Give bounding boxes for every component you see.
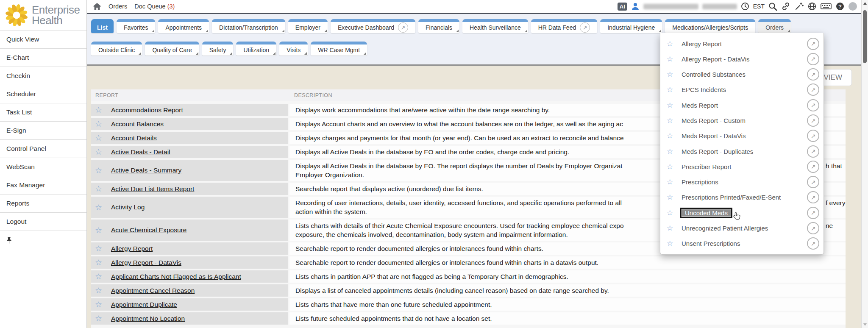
sidebar-item-pin[interactable] bbox=[0, 231, 86, 249]
favorite-star-icon[interactable]: ☆ bbox=[667, 208, 677, 217]
report-link[interactable]: Account Balances bbox=[111, 120, 164, 128]
keyboard-icon[interactable] bbox=[821, 3, 832, 10]
tab-financials[interactable]: Financials bbox=[418, 19, 459, 33]
tab-outside-clinic[interactable]: Outside Clinic bbox=[91, 42, 142, 56]
favorite-star-icon[interactable]: ☆ bbox=[667, 147, 677, 156]
report-link[interactable]: Accommodations Report bbox=[111, 106, 183, 114]
open-new-window-icon[interactable]: ↗ bbox=[807, 237, 819, 250]
tab-quality-of-care[interactable]: Quality of Care bbox=[145, 42, 199, 56]
sidebar-item-e-sign[interactable]: E-Sign bbox=[0, 122, 86, 140]
report-link[interactable]: Applicant Charts Not Flagged as Is Appli… bbox=[111, 273, 241, 281]
ai-badge[interactable]: AI bbox=[618, 3, 627, 11]
tab-wr-case-mgmt[interactable]: WR Case Mgmt bbox=[311, 42, 367, 56]
report-link[interactable]: Active Due List Items Report bbox=[111, 185, 194, 193]
sidebar-item-checkin[interactable]: Checkin bbox=[0, 67, 86, 85]
favorite-star-icon[interactable]: ☆ bbox=[667, 178, 677, 186]
report-link[interactable]: Active Deals - Summary bbox=[111, 167, 181, 174]
favorite-star-icon[interactable]: ☆ bbox=[95, 105, 106, 115]
menu-item-meds-report-custom[interactable]: ☆ Meds Report - Custom ↗ bbox=[660, 113, 823, 128]
favorite-star-icon[interactable]: ☆ bbox=[95, 300, 106, 309]
sidebar-item-reports[interactable]: Reports bbox=[0, 195, 86, 213]
favorite-star-icon[interactable]: ☆ bbox=[667, 55, 677, 64]
avatar-placeholder[interactable] bbox=[849, 2, 857, 11]
sidebar-item-logout[interactable]: Logout bbox=[0, 213, 86, 231]
menu-item-prescriptions[interactable]: ☆ Prescriptions ↗ bbox=[660, 175, 823, 190]
report-link[interactable]: Allergy Report - DataVis bbox=[111, 259, 181, 267]
favorite-star-icon[interactable]: ☆ bbox=[95, 147, 106, 157]
open-new-window-icon[interactable]: ↗ bbox=[807, 68, 819, 81]
magic-wand-icon[interactable] bbox=[794, 2, 804, 11]
favorite-star-icon[interactable]: ☆ bbox=[95, 244, 106, 253]
open-new-window-icon[interactable]: ↗ bbox=[398, 22, 408, 33]
open-new-window-icon[interactable]: ↗ bbox=[807, 222, 819, 234]
favorite-star-icon[interactable]: ☆ bbox=[95, 258, 106, 267]
tab-dictation-transcription[interactable]: Dictation/Transcription bbox=[212, 19, 285, 33]
tab-favorites[interactable]: Favorites bbox=[117, 19, 156, 33]
open-new-window-icon[interactable]: ↗ bbox=[807, 99, 819, 111]
search-icon[interactable] bbox=[768, 2, 777, 11]
menu-item-prescriber-report[interactable]: ☆ Prescriber Report ↗ bbox=[660, 159, 823, 174]
menu-item-controlled-substances[interactable]: ☆ Controlled Substances ↗ bbox=[660, 67, 823, 82]
tab-safety[interactable]: Safety bbox=[202, 42, 234, 56]
menu-item-unsent-prescriptions[interactable]: ☆ Unsent Prescriptions ↗ bbox=[660, 236, 823, 251]
report-link[interactable]: Allergy Report bbox=[111, 245, 153, 253]
menu-item-meds-report-duplicates[interactable]: ☆ Meds Report - Duplicates ↗ bbox=[660, 144, 823, 159]
favorite-star-icon[interactable]: ☆ bbox=[95, 166, 106, 175]
scrollbar-thumb[interactable] bbox=[863, 10, 867, 63]
scroll-down-arrow-icon[interactable] bbox=[863, 323, 867, 326]
favorite-star-icon[interactable]: ☆ bbox=[95, 286, 106, 295]
favorite-star-icon[interactable]: ☆ bbox=[95, 184, 106, 194]
scroll-up-arrow-icon[interactable] bbox=[863, 2, 867, 5]
open-new-window-icon[interactable]: ↗ bbox=[807, 83, 819, 96]
menu-item-prescriptions-printed-faxed-e-sent[interactable]: ☆ Prescriptions Printed/Faxed/E-Sent ↗ bbox=[660, 190, 823, 205]
report-link[interactable]: Account Details bbox=[111, 134, 157, 142]
open-new-window-icon[interactable]: ↗ bbox=[580, 22, 590, 33]
favorite-star-icon[interactable]: ☆ bbox=[667, 101, 677, 110]
open-new-window-icon[interactable]: ↗ bbox=[807, 145, 819, 158]
sidebar-item-fax-manager[interactable]: Fax Manager bbox=[0, 176, 86, 195]
tab-orders[interactable]: Orders bbox=[758, 19, 791, 33]
menu-item-epcs-incidents[interactable]: ☆ EPCS Incidents ↗ bbox=[660, 82, 823, 97]
link-icon[interactable] bbox=[781, 2, 790, 11]
favorite-star-icon[interactable]: ☆ bbox=[95, 225, 106, 235]
home-icon[interactable] bbox=[93, 3, 101, 10]
sidebar-item-task-list[interactable]: Task List bbox=[0, 103, 86, 122]
app-logo[interactable]: Enterprise Health bbox=[0, 0, 86, 31]
menu-item-allergy-report[interactable]: ☆ Allergy Report ↗ bbox=[660, 36, 823, 51]
sidebar-item-e-chart[interactable]: E-Chart bbox=[0, 49, 86, 67]
favorite-star-icon[interactable]: ☆ bbox=[667, 162, 677, 171]
tab-employer[interactable]: Employer bbox=[288, 19, 328, 33]
report-link[interactable]: Active Deals - Detail bbox=[111, 148, 170, 156]
report-link[interactable]: Appointment No Location bbox=[111, 315, 185, 322]
open-new-window-icon[interactable]: ↗ bbox=[807, 207, 819, 219]
open-new-window-icon[interactable]: ↗ bbox=[807, 38, 819, 50]
breadcrumb-orders[interactable]: Orders bbox=[108, 3, 127, 10]
menu-item-uncoded-meds[interactable]: ☆ Uncoded Meds ↗ bbox=[660, 205, 823, 220]
menu-item-allergy-report-datavis[interactable]: ☆ Allergy Report - DataVis ↗ bbox=[660, 51, 823, 67]
sidebar-item-quick-view[interactable]: Quick View bbox=[0, 31, 86, 49]
favorite-star-icon[interactable]: ☆ bbox=[95, 119, 106, 129]
sidebar-item-control-panel[interactable]: Control Panel bbox=[0, 140, 86, 158]
open-new-window-icon[interactable]: ↗ bbox=[807, 53, 819, 65]
user-icon[interactable] bbox=[631, 2, 640, 11]
menu-item-meds-report[interactable]: ☆ Meds Report ↗ bbox=[660, 97, 823, 113]
sidebar-item-webscan[interactable]: WebScan bbox=[0, 158, 86, 176]
tab-appointments[interactable]: Appointments bbox=[158, 19, 209, 33]
favorite-star-icon[interactable]: ☆ bbox=[667, 239, 677, 248]
menu-item-meds-report-datavis[interactable]: ☆ Meds Report - DataVis ↗ bbox=[660, 128, 823, 144]
menu-item-unrecognized-patient-allergies[interactable]: ☆ Unrecognized Patient Allergies ↗ bbox=[660, 220, 823, 236]
favorite-star-icon[interactable]: ☆ bbox=[667, 116, 677, 125]
report-link[interactable]: Activity Log bbox=[111, 203, 145, 211]
open-new-window-icon[interactable]: ↗ bbox=[807, 176, 819, 188]
favorite-star-icon[interactable]: ☆ bbox=[667, 193, 677, 202]
report-link[interactable]: Acute Chemical Exposure bbox=[111, 226, 186, 234]
tab-medications-allergies-scripts[interactable]: Medications/Allergies/Scripts bbox=[665, 19, 755, 33]
favorite-star-icon[interactable]: ☆ bbox=[95, 203, 106, 212]
breadcrumb-doc-queue[interactable]: Doc Queue (3) bbox=[134, 3, 175, 10]
open-new-window-icon[interactable]: ↗ bbox=[807, 114, 819, 127]
open-new-window-icon[interactable]: ↗ bbox=[807, 161, 819, 173]
vertical-scrollbar[interactable] bbox=[861, 0, 868, 328]
open-new-window-icon[interactable]: ↗ bbox=[807, 130, 819, 142]
tab-utilization[interactable]: Utilization bbox=[236, 42, 276, 56]
tab-executive-dashboard[interactable]: Executive Dashboard ↗ bbox=[331, 19, 415, 33]
